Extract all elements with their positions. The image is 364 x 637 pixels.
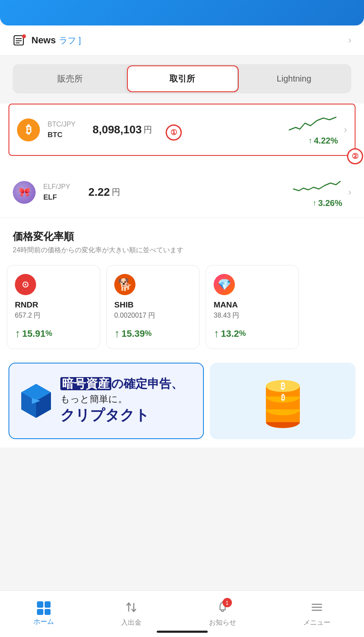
nav-menu[interactable]: メニュー — [295, 597, 339, 631]
shib-arrow-up-icon: ↑ — [114, 327, 120, 340]
svg-text:₿: ₿ — [281, 393, 285, 402]
menu-lines-icon — [310, 600, 324, 614]
rndr-symbol: RNDR — [15, 300, 92, 310]
home-icon-wrap — [37, 601, 51, 615]
elf-price: 2.22 — [88, 186, 110, 199]
tab-torihikijo[interactable]: 取引所 — [127, 66, 237, 91]
mana-change: ↑ 13.2 % — [214, 327, 291, 340]
mana-price: 38.43 円 — [214, 311, 291, 320]
btc-chart — [287, 114, 338, 134]
nav-home-label: ホーム — [34, 617, 54, 626]
banner-sub-text: もっと簡単に。 — [60, 393, 195, 406]
rndr-change: ↑ 15.91 % — [15, 327, 92, 340]
shib-price: 0.0020017 円 — [114, 311, 192, 320]
banner-cryptact[interactable]: 暗号資産の確定申告、 もっと簡単に。 クリプタクト — [8, 363, 204, 439]
nav-deposit-label: 入出金 — [121, 618, 141, 627]
elf-arrow-up-icon: ↑ — [313, 199, 316, 208]
rndr-icon — [15, 274, 36, 295]
news-title: News — [31, 35, 56, 46]
coin-list: ₿ BTC/JPY BTC 8,098,103 円 ↑ 4.22% — [0, 104, 364, 218]
banner-secondary[interactable]: ₿ ₿ — [210, 363, 356, 439]
nav-notifications[interactable]: 1 お知らせ — [200, 597, 245, 631]
price-section-header: 価格変化率順 24時間前の価格からの変化率が大きい順に並べています — [0, 218, 364, 258]
bell-icon-wrap: 1 — [216, 600, 229, 616]
elf-pair: ELF/JPY — [43, 183, 86, 191]
card-shib[interactable]: 🐕 SHIB 0.0020017 円 ↑ 15.39 % — [106, 265, 200, 349]
shib-symbol: SHIB — [114, 300, 192, 310]
nav-menu-label: メニュー — [303, 618, 330, 627]
banner-row: 暗号資産の確定申告、 もっと簡単に。 クリプタクト ₿ ₿ — [0, 356, 364, 448]
card-rndr[interactable]: RNDR 657.2 円 ↑ 15.91 % — [7, 265, 100, 349]
cryptact-cube-icon — [17, 382, 55, 420]
tab-lightning[interactable]: Lightning — [239, 66, 349, 91]
btc-icon: ₿ — [17, 118, 40, 141]
banner-brand-text: クリプタクト — [60, 406, 195, 425]
elf-info: ELF/JPY ELF — [43, 183, 86, 202]
annotation-circle-1: ① — [166, 124, 182, 141]
shib-change: ↑ 15.39 % — [114, 327, 192, 340]
home-grid-icon — [37, 601, 51, 615]
mana-symbol: MANA — [214, 300, 291, 310]
card-mana[interactable]: 💎 MANA 38.43 円 ↑ 13.2 % — [206, 265, 299, 349]
tab-hanbaijo[interactable]: 販売所 — [15, 66, 125, 91]
elf-unit: 円 — [112, 186, 120, 198]
deposit-icon-wrap — [124, 600, 138, 616]
banner-text: 暗号資産の確定申告、 もっと簡単に。 クリプタクト — [60, 377, 195, 425]
btc-info: BTC/JPY BTC — [48, 121, 90, 139]
btc-chevron-icon: › — [344, 124, 347, 135]
mana-icon: 💎 — [214, 274, 235, 295]
menu-icon-wrap — [310, 600, 324, 616]
nav-home[interactable]: ホーム — [25, 598, 62, 630]
home-indicator-bar — [157, 631, 208, 633]
shib-icon: 🐕 — [114, 274, 135, 295]
notification-badge: 1 — [223, 598, 232, 607]
svg-point-8 — [25, 284, 26, 285]
svg-text:₿: ₿ — [26, 123, 31, 136]
elf-icon: 🎀 — [13, 181, 36, 204]
svg-rect-4 — [22, 34, 26, 38]
tab-row: 販売所 取引所 Lightning — [13, 64, 351, 93]
elf-change: ↑ 3.26% — [313, 198, 342, 208]
btc-change-group: ↑ 4.22% — [287, 114, 338, 146]
btc-pair: BTC/JPY — [48, 121, 90, 128]
btc-change: ↑ 4.22% — [308, 136, 338, 146]
top-bar — [0, 0, 364, 25]
arrows-icon — [124, 600, 138, 614]
btc-unit: 円 — [144, 124, 152, 135]
cards-row: RNDR 657.2 円 ↑ 15.91 % 🐕 SHIB 0.0020017 … — [0, 258, 364, 356]
news-bar[interactable]: News ラフ ] › — [0, 25, 364, 56]
rndr-arrow-up-icon: ↑ — [15, 327, 20, 340]
bottom-nav: ホーム 入出金 1 お知らせ — [0, 590, 364, 637]
price-section-title: 価格変化率順 — [13, 230, 351, 243]
elf-symbol: ELF — [43, 193, 86, 202]
btc-symbol: BTC — [48, 131, 90, 139]
btc-arrow-up-icon: ↑ — [308, 136, 312, 145]
rndr-price: 657.2 円 — [15, 311, 92, 320]
nav-deposit[interactable]: 入出金 — [113, 597, 150, 631]
price-section-subtitle: 24時間前の価格からの変化率が大きい順に並べています — [13, 246, 351, 255]
coin-row-elf[interactable]: 🎀 ELF/JPY ELF 2.22 円 ↑ 3.26% — [0, 167, 364, 218]
news-subtitle: ラフ ] — [59, 35, 81, 46]
elf-chart — [291, 176, 342, 197]
btc-price: 8,098,103 — [93, 123, 142, 136]
news-icon — [13, 33, 27, 48]
nav-notifications-label: お知らせ — [209, 618, 236, 627]
coin-row-btc[interactable]: ₿ BTC/JPY BTC 8,098,103 円 ↑ 4.22% — [8, 104, 356, 156]
elf-change-group: ↑ 3.26% — [291, 176, 342, 208]
annotation-circle-2: ② — [347, 148, 363, 164]
mana-arrow-up-icon: ↑ — [214, 327, 219, 340]
elf-circle-icon: 🎀 — [13, 181, 36, 204]
elf-chevron-icon: › — [348, 187, 351, 198]
banner-main-text: 暗号資産の確定申告、 — [60, 377, 195, 391]
svg-text:₿: ₿ — [281, 381, 285, 391]
news-chevron-icon[interactable]: › — [348, 35, 351, 46]
